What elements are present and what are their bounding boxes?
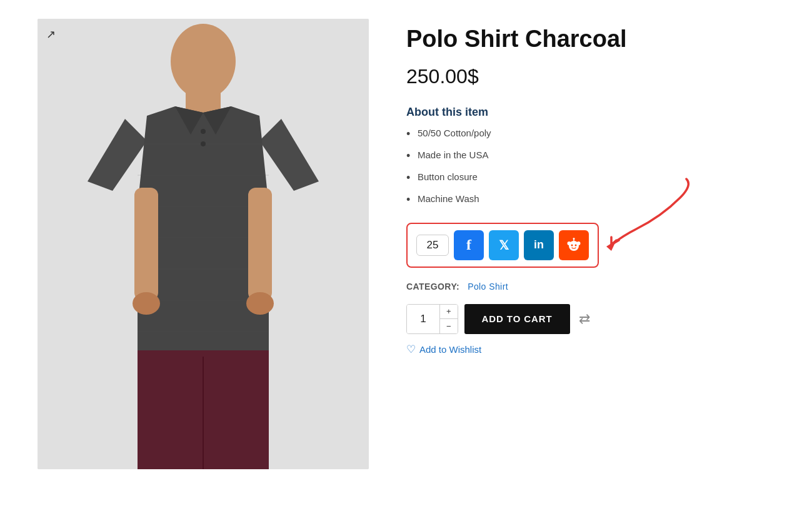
reddit-icon [565,236,583,254]
facebook-icon: f [466,236,471,253]
reddit-share-button[interactable] [559,230,589,260]
product-info-panel: Polo Shirt Charcoal 250.00$ About this i… [406,19,774,356]
share-count: 25 [416,235,449,256]
feature-item-1: 50/50 Cotton/poly [406,126,774,140]
feature-list: 50/50 Cotton/poly Made in the USA Button… [406,126,774,205]
linkedin-share-button[interactable]: in [524,230,554,260]
category-link[interactable]: Polo Shirt [468,282,508,292]
twitter-share-button[interactable]: 𝕏 [489,230,519,260]
svg-point-21 [577,241,581,245]
quantity-increase-button[interactable]: + [440,305,458,320]
svg-point-22 [571,244,573,246]
svg-point-17 [246,292,274,315]
wishlist-row[interactable]: ♡ Add to Wishlist [406,343,774,356]
svg-point-23 [575,244,577,246]
svg-rect-2 [186,88,221,113]
product-title: Polo Shirt Charcoal [406,25,774,54]
about-section: About this item 50/50 Cotton/poly Made i… [406,106,774,205]
add-to-cart-row: 1 + − ADD TO CART ⇄ [406,304,774,334]
quantity-decrease-button[interactable]: − [440,319,458,333]
feature-item-3: Button closure [406,170,774,183]
category-label: CATEGORY: [406,282,459,292]
linkedin-icon: in [534,238,544,251]
quantity-value: 1 [407,305,439,333]
svg-point-16 [133,292,160,315]
quantity-controls: + − [439,305,458,333]
feature-item-2: Made in the USA [406,148,774,161]
svg-point-25 [573,238,575,240]
facebook-share-button[interactable]: f [454,230,484,260]
svg-point-11 [201,141,206,146]
svg-point-20 [568,241,571,245]
wishlist-label: Add to Wishlist [419,344,481,355]
heart-icon: ♡ [406,343,416,356]
refresh-icon[interactable]: ⇄ [579,311,590,327]
svg-point-10 [201,129,206,134]
about-title: About this item [406,106,774,119]
svg-rect-13 [248,188,272,300]
product-image [38,19,369,469]
page-container: ↗ [0,0,812,488]
feature-item-4: Machine Wash [406,192,774,205]
twitter-icon: 𝕏 [499,238,509,253]
share-row: 25 f 𝕏 in [406,223,599,268]
svg-rect-12 [134,188,158,300]
category-row: CATEGORY: Polo Shirt [406,282,774,292]
expand-icon[interactable]: ↗ [46,28,56,41]
product-image-container: ↗ [38,19,369,469]
product-price: 250.00$ [406,65,774,88]
quantity-box: 1 + − [406,304,458,334]
add-to-cart-button[interactable]: ADD TO CART [464,304,570,334]
